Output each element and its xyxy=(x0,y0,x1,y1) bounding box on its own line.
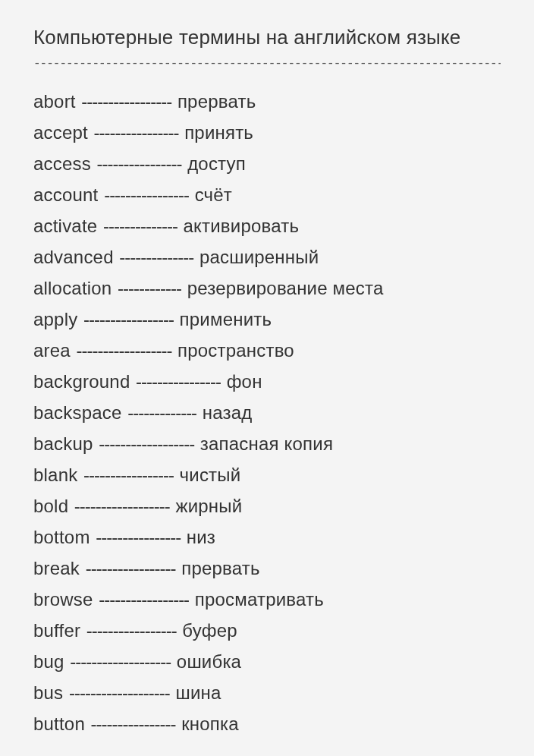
term-row: button ---------------- кнопка xyxy=(33,708,501,739)
term-row: bottom ---------------- низ xyxy=(33,521,501,553)
term-english: buffer xyxy=(33,620,80,641)
term-row: background ---------------- фон xyxy=(33,366,501,397)
term-separator: ----------------- xyxy=(76,91,177,112)
term-row: blank ----------------- чистый xyxy=(33,459,501,490)
term-russian: применить xyxy=(180,309,272,329)
term-separator: -------------- xyxy=(114,247,199,267)
document-page: Компьютерные термины на английском языке… xyxy=(0,0,534,756)
term-separator: ------------------ xyxy=(93,433,200,454)
term-row: backspace ------------- назад xyxy=(33,397,501,428)
term-english: background xyxy=(33,371,130,392)
term-russian: буфер xyxy=(182,620,237,641)
term-russian: шина xyxy=(175,682,221,703)
term-english: browse xyxy=(33,589,93,610)
term-english: bottom xyxy=(33,527,90,547)
term-english: account xyxy=(33,184,98,205)
term-separator: -------------- xyxy=(97,216,183,236)
term-english: bus xyxy=(33,682,63,703)
term-english: advanced xyxy=(33,247,114,267)
term-row: access ---------------- доступ xyxy=(33,148,501,179)
term-row: buffer ----------------- буфер xyxy=(33,615,501,646)
term-russian: низ xyxy=(187,527,215,547)
term-russian: принять xyxy=(184,122,253,143)
term-english: access xyxy=(33,153,91,174)
term-separator: ---------------- xyxy=(90,527,187,547)
term-row: area ------------------ пространство xyxy=(33,335,501,366)
term-separator: ------------------ xyxy=(68,496,175,516)
term-row: account ---------------- счёт xyxy=(33,179,501,210)
term-separator: ------------------- xyxy=(64,651,177,672)
term-english: abort xyxy=(33,91,76,112)
term-separator: ---------------- xyxy=(98,184,194,205)
term-row: advanced -------------- расширенный xyxy=(33,241,501,272)
term-english: accept xyxy=(33,122,88,143)
term-english: button xyxy=(33,713,85,734)
term-separator: ----------------- xyxy=(77,309,179,329)
term-separator: ------------ xyxy=(112,278,187,298)
term-russian: прервать xyxy=(181,558,259,578)
term-russian: фон xyxy=(227,371,262,392)
term-separator: ----------------- xyxy=(80,558,181,578)
term-row: apply ----------------- применить xyxy=(33,304,501,335)
term-russian: запасная копия xyxy=(200,433,333,454)
term-separator: ----------------- xyxy=(77,465,179,485)
term-russian: доступ xyxy=(187,153,246,174)
term-row: bold ------------------ жирный xyxy=(33,490,501,521)
term-separator: ---------------- xyxy=(130,371,226,392)
terms-list: abort ----------------- прерватьaccept -… xyxy=(33,86,501,739)
term-russian: жирный xyxy=(175,496,242,516)
term-russian: резервирование места xyxy=(187,278,384,298)
term-separator: ------------- xyxy=(122,402,203,423)
term-russian: кнопка xyxy=(181,713,239,734)
term-row: break ----------------- прервать xyxy=(33,553,501,584)
term-row: allocation ------------ резервирование м… xyxy=(33,272,501,304)
divider-line: ----------------------------------------… xyxy=(33,57,501,71)
term-row: accept ---------------- принять xyxy=(33,117,501,148)
term-separator: ---------------- xyxy=(91,153,187,174)
term-english: backup xyxy=(33,433,93,454)
term-row: activate -------------- активировать xyxy=(33,210,501,241)
term-english: allocation xyxy=(33,278,112,298)
term-separator: ------------------- xyxy=(63,682,175,703)
page-title: Компьютерные термины на английском языке xyxy=(33,26,501,49)
term-russian: расширенный xyxy=(199,247,319,267)
term-english: bold xyxy=(33,496,68,516)
term-english: apply xyxy=(33,309,77,329)
term-row: bug ------------------- ошибка xyxy=(33,646,501,677)
term-row: backup ------------------ запасная копия xyxy=(33,428,501,459)
term-russian: пространство xyxy=(177,340,294,361)
term-russian: просматривать xyxy=(195,589,324,610)
term-russian: назад xyxy=(203,402,253,423)
term-english: bug xyxy=(33,651,64,672)
term-separator: ---------------- xyxy=(88,122,184,143)
term-russian: прервать xyxy=(177,91,256,112)
term-row: browse ----------------- просматривать xyxy=(33,584,501,615)
term-english: blank xyxy=(33,465,77,485)
term-english: activate xyxy=(33,216,97,236)
term-english: break xyxy=(33,558,80,578)
term-russian: ошибка xyxy=(177,651,241,672)
term-separator: ----------------- xyxy=(80,620,182,641)
term-russian: счёт xyxy=(195,184,232,205)
term-separator: ---------------- xyxy=(85,713,181,734)
term-row: bus ------------------- шина xyxy=(33,677,501,708)
term-separator: ------------------ xyxy=(71,340,177,361)
term-russian: активировать xyxy=(184,216,300,236)
term-english: backspace xyxy=(33,402,122,423)
term-english: area xyxy=(33,340,71,361)
term-row: abort ----------------- прервать xyxy=(33,86,501,117)
term-separator: ----------------- xyxy=(93,589,195,610)
term-russian: чистый xyxy=(180,465,241,485)
